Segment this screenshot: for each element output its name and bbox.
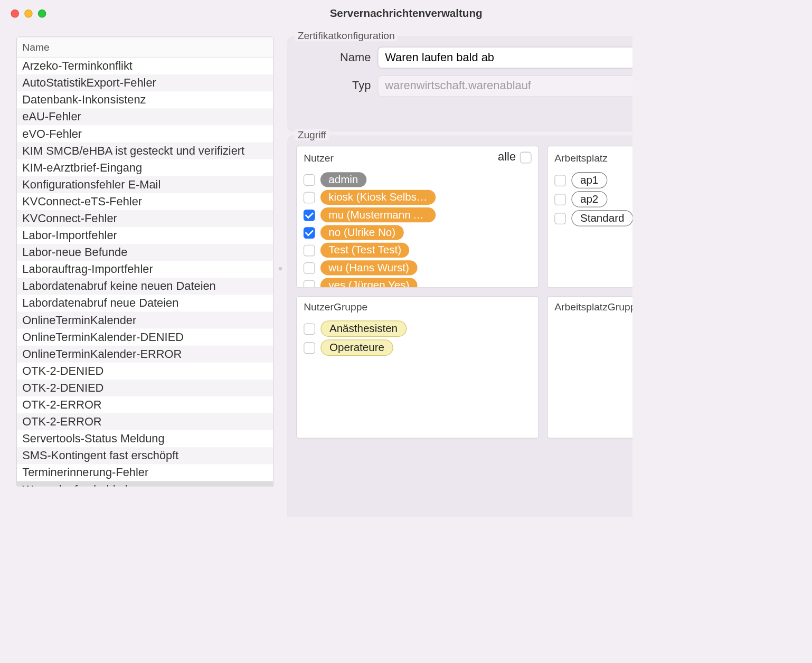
list-item[interactable]: Terminerinnerung-Fehler <box>17 464 273 481</box>
checkbox[interactable] <box>304 226 315 238</box>
list-item[interactable]: Datenbank-Inkonsistenz <box>17 91 273 108</box>
list-item[interactable]: OTK-2-ERROR <box>17 413 273 430</box>
window: Servernachrichtenverwaltung Name Arzeko-… <box>0 0 632 517</box>
check-row: yes (Jürgen Yes) <box>304 278 531 287</box>
nutzer-all-checkbox[interactable] <box>520 151 532 163</box>
list-item[interactable]: OnlineTerminKalender-ERROR <box>17 346 273 363</box>
close-icon[interactable] <box>11 10 19 17</box>
nutzer-panel: Nutzer alle adminkiosk (Kiosk Selbstanme… <box>296 146 539 288</box>
nutzer-body[interactable]: adminkiosk (Kiosk Selbstanme…mu (Musterm… <box>297 167 538 288</box>
list-item[interactable]: OTK-2-ERROR <box>17 396 273 413</box>
arbeitsplatz-title: Arbeitsplatz <box>554 151 608 163</box>
arbeitsplatzgruppe-panel: ArbeitsplatzGruppe <box>547 296 632 439</box>
check-row: Standard <box>554 210 632 226</box>
pill-label: yes (Jürgen Yes) <box>320 278 418 287</box>
list-item[interactable]: Waren laufen bald ab <box>17 481 273 487</box>
minimize-icon[interactable] <box>24 10 32 17</box>
list-item[interactable]: Laborauftrag-Importfehler <box>17 261 273 278</box>
arbeitsplatzgruppe-body[interactable] <box>547 315 632 438</box>
traffic-lights <box>11 10 46 17</box>
pill-label: ap1 <box>571 172 607 188</box>
pill-label: no (Ulrike No) <box>320 225 404 240</box>
splitter[interactable] <box>278 36 282 517</box>
nutzergruppe-title: NutzerGruppe <box>304 301 367 312</box>
pill-label: Standard <box>571 210 632 226</box>
list-item[interactable]: OTK-2-DENIED <box>17 363 273 380</box>
list-item[interactable]: AutoStatistikExport-Fehler <box>17 74 273 91</box>
list-item[interactable]: Servertools-Status Meldung <box>17 430 273 447</box>
check-row: Anästhesisten <box>304 320 531 337</box>
check-row: Operateure <box>304 339 531 356</box>
list-item[interactable]: KVConnect-eTS-Fehler <box>17 193 273 210</box>
check-row: admin <box>304 172 531 187</box>
checkbox[interactable] <box>304 323 315 335</box>
name-field[interactable] <box>377 47 632 69</box>
pill-label: wu (Hans Wurst) <box>320 260 417 275</box>
list-item[interactable]: Labordatenabruf keine neuen Dateien <box>17 278 273 295</box>
list-item[interactable]: KVConnect-Fehler <box>17 210 273 227</box>
typ-label: Typ <box>296 79 377 93</box>
check-row: no (Ulrike No) <box>304 225 531 240</box>
check-row: kiosk (Kiosk Selbstanme… <box>304 190 531 204</box>
arbeitsplatzgruppe-title: ArbeitsplatzGruppe <box>554 301 632 312</box>
list-item[interactable]: KIM SMCB/eHBA ist gesteckt und verifizie… <box>17 143 273 159</box>
check-row: Test (Test Test) <box>304 243 531 258</box>
list-item[interactable]: OTK-2-DENIED <box>17 380 273 396</box>
checkbox[interactable] <box>554 213 566 224</box>
check-row: ap1 <box>554 172 632 188</box>
check-row: mu (Mustermann Angeli… <box>304 207 531 222</box>
access-legend: Zugriff <box>295 129 329 140</box>
nutzergruppe-panel: NutzerGruppe AnästhesistenOperateure <box>296 296 539 439</box>
list-item[interactable]: eVO-Fehler <box>17 126 273 143</box>
checkbox[interactable] <box>304 209 315 221</box>
checkbox[interactable] <box>554 175 566 186</box>
list-item[interactable]: SMS-Kontingent fast erschöpft <box>17 447 273 464</box>
message-list: Name Arzeko-TerminkonfliktAutoStatistikE… <box>16 36 274 487</box>
pill-label: admin <box>320 172 366 187</box>
nutzer-all-label: alle <box>498 150 516 164</box>
list-item[interactable]: Labor-Importfehler <box>17 227 273 244</box>
pill-label: Test (Test Test) <box>320 243 410 258</box>
list-item[interactable]: Konfigurationsfehler E-Mail <box>17 176 273 193</box>
list-item[interactable]: Labor-neue Befunde <box>17 244 273 261</box>
list-item[interactable]: OnlineTerminKalender <box>17 312 273 329</box>
check-row: wu (Hans Wurst) <box>304 260 531 275</box>
pill-label: Anästhesisten <box>320 320 406 337</box>
nutzergruppe-body[interactable]: AnästhesistenOperateure <box>297 315 538 438</box>
arbeitsplatz-panel: Arbeitsplatz alle ap1ap2Standard <box>547 146 632 288</box>
list-header[interactable]: Name <box>17 37 273 58</box>
pill-label: ap2 <box>571 191 607 207</box>
pill-label: Operateure <box>320 339 393 356</box>
list-item[interactable]: eAU-Fehler <box>17 108 273 125</box>
list-item[interactable]: Labordatenabruf neue Dateien <box>17 295 273 311</box>
checkbox[interactable] <box>304 342 315 354</box>
maximize-icon[interactable] <box>38 10 46 17</box>
access-fieldset: Zugriff Nutzer alle adminkiosk (Kiosk Se… <box>287 136 632 517</box>
checkbox[interactable] <box>304 280 315 288</box>
window-title: Servernachrichtenverwaltung <box>0 7 632 20</box>
list-body[interactable]: Arzeko-TerminkonfliktAutoStatistikExport… <box>17 58 273 487</box>
checkbox[interactable] <box>554 194 566 205</box>
titlebar: Servernachrichtenverwaltung <box>0 0 632 27</box>
check-row: ap2 <box>554 191 632 207</box>
checkbox[interactable] <box>304 244 315 256</box>
typ-field <box>377 75 632 97</box>
arbeitsplatz-body[interactable]: ap1ap2Standard <box>547 167 632 288</box>
list-item[interactable]: OnlineTerminKalender-DENIED <box>17 329 273 346</box>
list-item[interactable]: KIM-eArztbrief-Eingang <box>17 159 273 176</box>
splitter-handle-icon <box>278 267 281 270</box>
name-label: Name <box>296 51 377 64</box>
nutzer-title: Nutzer <box>304 151 334 163</box>
cert-legend: Zertifikatkonfiguration <box>295 30 397 41</box>
list-item[interactable]: Arzeko-Terminkonflikt <box>17 58 273 74</box>
pill-label: kiosk (Kiosk Selbstanme… <box>320 190 436 204</box>
cert-config-fieldset: Zertifikatkonfiguration Name Typ <box>287 36 632 131</box>
pill-label: mu (Mustermann Angeli… <box>320 207 436 222</box>
checkbox[interactable] <box>304 192 315 203</box>
checkbox[interactable] <box>304 174 315 185</box>
checkbox[interactable] <box>304 262 315 273</box>
